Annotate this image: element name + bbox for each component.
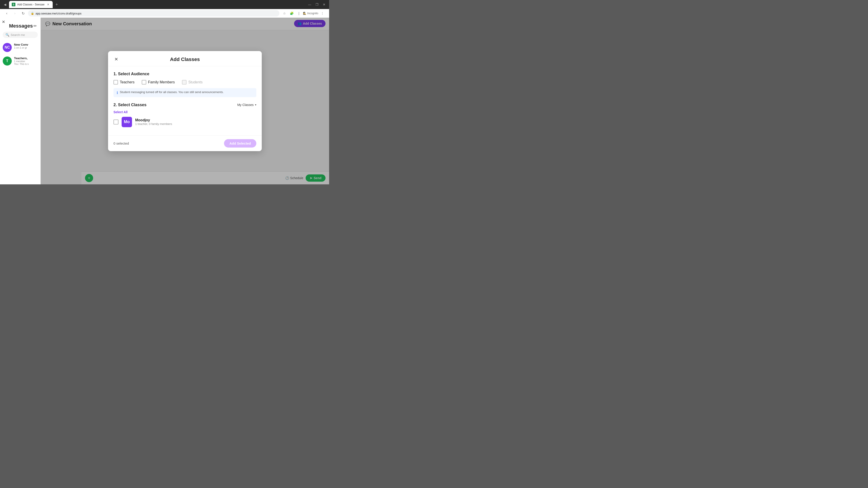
selected-count: 0 selected [114,141,129,145]
browser-chrome: ◀ S Add Classes - Seesaw ✕ + — ❐ ✕ ‹ › ↻… [0,0,329,18]
audience-option-students: Students [182,80,203,85]
app-area: ✕ Messages ✏ 🔍 Search me NC New Conv 1-o… [0,18,329,184]
url-text: app.seesaw.me/c/conv.draft/groups [35,12,82,15]
messages-title: Messages [9,23,33,29]
info-icon: ℹ [117,91,118,95]
modal-title: Add Classes [170,57,200,62]
conv-subtitle: 1-on-1 or gr [14,46,38,49]
info-box: ℹ Student messaging turned off for all c… [114,88,256,97]
address-bar: ‹ › ↻ 🔒 app.seesaw.me/c/conv.draft/group… [0,9,329,18]
tab-favicon: S [12,3,16,6]
sidebar: ✕ Messages ✏ 🔍 Search me NC New Conv 1-o… [0,18,41,184]
section2-title: 2. Select Classes [114,103,147,107]
conversation-info: Teachers, 1 member You: This is s [14,57,38,65]
conversation-item[interactable]: T Teachers, 1 member You: This is s [0,54,40,68]
audience-options: Teachers Family Members Students [114,80,256,85]
incognito-button[interactable]: 🕵 Incognito [303,12,318,15]
conversation-item[interactable]: NC New Conv 1-on-1 or gr [0,41,40,54]
browser-actions: ☆ 🧩 | 🕵 Incognito ⋮ [281,10,326,17]
back-button[interactable]: ‹ [4,10,10,17]
modal-body: 1. Select Audience Teachers Family Membe… [108,66,262,135]
tab-title: Add Classes - Seesaw [17,3,44,6]
avatar: T [3,57,12,66]
search-bar[interactable]: 🔍 Search me [3,32,38,38]
conv-preview: You: This is s [14,63,38,65]
class-avatar: Mo [122,117,132,127]
minimize-button[interactable]: — [307,1,313,8]
section1-title: 1. Select Audience [114,72,256,76]
select-all-button[interactable]: Select All [114,110,128,114]
search-icon: 🔍 [5,33,9,37]
class-item: Mo Moodjoy 1 teacher, 0 family members [114,114,256,130]
class-name: Moodjoy [135,118,256,122]
students-label: Students [188,80,203,84]
refresh-button[interactable]: ↻ [20,10,26,17]
family-label: Family Members [148,80,175,84]
forward-button[interactable]: › [12,10,18,17]
sidebar-close-button[interactable]: ✕ [2,20,5,24]
tab-bar: ◀ S Add Classes - Seesaw ✕ + — ❐ ✕ [0,0,329,9]
class-checkbox[interactable] [114,120,119,125]
sidebar-header: Messages ✏ [0,21,40,32]
search-placeholder: Search me [11,33,25,37]
add-selected-button[interactable]: Add Selected [224,139,256,148]
profile-button[interactable]: | [296,10,302,17]
teachers-checkbox[interactable] [114,80,118,85]
tab-close-button[interactable]: ✕ [46,3,50,6]
my-classes-label: My Classes [237,103,254,107]
conv-subtitle: 1 member [14,60,38,63]
conversation-info: New Conv 1-on-1 or gr [14,43,38,49]
teachers-label: Teachers [120,80,134,84]
modal-footer: 0 selected Add Selected [108,135,262,151]
select-classes-header: 2. Select Classes My Classes ▾ [114,103,256,107]
modal-header: ✕ Add Classes [108,51,262,66]
active-tab: S Add Classes - Seesaw ✕ [9,1,53,8]
close-window-button[interactable]: ✕ [321,1,327,8]
lock-icon: 🔒 [31,12,34,15]
audience-option-family[interactable]: Family Members [142,80,175,85]
compose-button[interactable]: ✏ [33,24,37,29]
chevron-down-icon: ▾ [255,103,256,106]
my-classes-dropdown[interactable]: My Classes ▾ [237,103,256,107]
students-checkbox [182,80,186,85]
family-checkbox[interactable] [142,80,146,85]
menu-button[interactable]: ⋮ [319,10,326,17]
conv-name: Teachers, [14,57,38,60]
main-content: 💬 New Conversation 👥 Add Classes + 🕐 Sch… [41,18,329,184]
modal-overlay: ✕ Add Classes 1. Select Audience Teacher… [41,18,329,184]
new-tab-button[interactable]: + [54,1,60,8]
class-description: 1 teacher, 0 family members [135,122,256,126]
extensions-button[interactable]: 🧩 [288,10,295,17]
bookmark-button[interactable]: ☆ [281,10,287,17]
class-info: Moodjoy 1 teacher, 0 family members [135,118,256,126]
maximize-button[interactable]: ❐ [314,1,320,8]
avatar: NC [3,43,12,52]
audience-option-teachers[interactable]: Teachers [114,80,134,85]
conv-name: New Conv [14,43,38,46]
modal-close-button[interactable]: ✕ [113,56,120,63]
url-box[interactable]: 🔒 app.seesaw.me/c/conv.draft/groups [28,10,279,17]
tab-nav-left[interactable]: ◀ [2,1,8,8]
add-classes-modal: ✕ Add Classes 1. Select Audience Teacher… [108,51,262,151]
info-text: Student messaging turned off for all cla… [120,90,223,94]
